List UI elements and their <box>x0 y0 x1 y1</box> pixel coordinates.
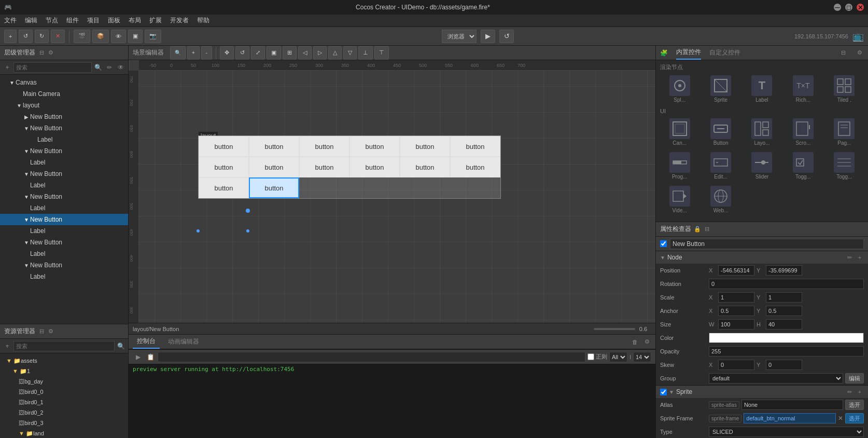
toolbar-scene-button[interactable]: 🎬 <box>74 30 90 43</box>
tree-newbtn-3[interactable]: ▼ New Button <box>0 145 128 157</box>
scale-y-input[interactable] <box>766 292 802 303</box>
btn-1-2[interactable]: button <box>249 136 299 157</box>
scene-move[interactable]: ✥ <box>220 46 234 60</box>
menu-panel[interactable]: 面板 <box>108 16 120 25</box>
asset-assets-folder[interactable]: ▼ 📁 assets <box>0 355 128 366</box>
anchor-y-input[interactable] <box>766 306 802 316</box>
hierarchy-collapse-icon[interactable]: ⊟ <box>37 49 46 57</box>
assets-collapse-icon[interactable]: ⊟ <box>37 327 46 336</box>
tree-newbtn-8[interactable]: ▼ New Button <box>0 259 128 271</box>
tree-label-4[interactable]: Label <box>0 180 128 191</box>
btn-2-1[interactable]: button <box>199 157 249 177</box>
browser-select[interactable]: 浏览器 <box>442 30 477 43</box>
sprite-frame-select-btn[interactable]: 选开 <box>845 413 864 423</box>
console-settings-icon[interactable]: ⚙ <box>643 338 651 346</box>
menu-edit[interactable]: 编辑 <box>25 16 37 25</box>
asset-bird0-0[interactable]: 🖼 bird0_0 <box>0 387 128 397</box>
assets-search-icon[interactable]: 🔍 <box>116 341 126 351</box>
tree-newbtn-7[interactable]: ▼ New Button <box>0 237 128 248</box>
btn-3-1[interactable]: button <box>199 177 249 198</box>
widget-sprite2-item[interactable]: Sprite <box>701 73 740 105</box>
assets-settings-icon[interactable]: ⚙ <box>47 327 55 336</box>
console-tab[interactable]: 控制台 <box>133 335 160 349</box>
scene-horiz-center[interactable]: ⊤ <box>374 46 389 60</box>
widget-tiled-item[interactable]: . Tiled . <box>825 73 864 105</box>
scene-right-align[interactable]: ▷ <box>313 46 327 60</box>
scene-bottom-align[interactable]: ▽ <box>343 46 357 60</box>
sprite-section-header[interactable]: ▼ Sprite ✏ + <box>656 386 868 398</box>
toolbar-select-button[interactable]: ▣ <box>128 30 143 43</box>
toolbar-undo-button[interactable]: ↺ <box>19 30 33 43</box>
widget-layout-item[interactable]: Layo... <box>743 116 781 148</box>
btn-1-4[interactable]: button <box>349 136 400 157</box>
widget-toggle-item[interactable]: Togg... <box>783 150 822 182</box>
btn-2-3[interactable]: button <box>299 157 349 177</box>
asset-bg-day[interactable]: 🖼 bg_day <box>0 376 128 387</box>
scene-align[interactable]: ⊞ <box>283 46 297 60</box>
asset-bird0-1[interactable]: 🖼 bird0_1 <box>0 397 128 407</box>
btn-1-6[interactable]: button <box>450 136 500 157</box>
menu-help[interactable]: 帮助 <box>197 16 209 25</box>
toolbar-camera-button[interactable]: 📷 <box>145 30 161 43</box>
tree-label-8[interactable]: Label <box>0 271 128 282</box>
menu-file[interactable]: 文件 <box>4 16 17 25</box>
anchor-x-input[interactable] <box>718 306 754 316</box>
skew-y-input[interactable] <box>766 360 802 370</box>
sprite-edit-icon[interactable]: ✏ <box>845 388 853 396</box>
widget-progress-item[interactable]: Prog... <box>660 150 699 182</box>
position-y-input[interactable] <box>766 265 802 276</box>
menu-extend[interactable]: 扩展 <box>149 16 162 25</box>
menu-project[interactable]: 项目 <box>87 16 100 25</box>
group-edit-btn[interactable]: 编辑 <box>845 373 864 384</box>
asset-bird0-2[interactable]: 🖼 bird0_2 <box>0 407 128 418</box>
tree-label-5[interactable]: Label <box>0 202 128 214</box>
scene-rect[interactable]: ▣ <box>267 46 281 60</box>
widget-settings-icon[interactable]: ⚙ <box>856 49 864 57</box>
btn-1-5[interactable]: button <box>400 136 450 157</box>
assets-search[interactable] <box>13 341 115 351</box>
scene-scale[interactable]: ⤢ <box>251 46 265 60</box>
widget-label-item[interactable]: T Label <box>743 73 781 105</box>
node-edit-icon[interactable]: ✏ <box>845 253 853 262</box>
scene-vert-center[interactable]: ⊥ <box>358 46 373 60</box>
scene-zoom-fit[interactable]: 🔍 <box>170 46 186 60</box>
toolbar-view-button[interactable]: 👁 <box>111 30 126 43</box>
hierarchy-add-btn[interactable]: + <box>2 62 12 73</box>
scene-canvas[interactable]: 使用鼠标右键平移视图查看节点，使用滚轮缩放视图 -50 0 50 100 150… <box>129 60 655 323</box>
node-name-input[interactable] <box>670 239 864 249</box>
tree-newbtn-4[interactable]: ▼ New Button <box>0 168 128 180</box>
hierarchy-search-icon[interactable]: 🔍 <box>93 62 103 73</box>
widget-scroll-item[interactable]: Scro... <box>783 116 822 148</box>
menu-node[interactable]: 节点 <box>46 16 58 25</box>
widget-video-item[interactable]: Vide... <box>660 184 699 215</box>
widget-collapse-icon[interactable]: ⊟ <box>839 49 847 57</box>
type-select[interactable]: SLICED <box>709 427 864 437</box>
widget-richtext-item[interactable]: T×T Rich... <box>783 73 822 105</box>
tab-builtin[interactable]: 内置控件 <box>676 46 701 60</box>
node-add-icon[interactable]: + <box>856 253 864 262</box>
btn-2-4[interactable]: button <box>349 157 400 177</box>
close-button[interactable]: ✕ <box>857 4 864 11</box>
tree-newbtn-6[interactable]: ▼ New Button <box>0 214 128 225</box>
console-input[interactable] <box>158 352 585 362</box>
prop-collapse-icon[interactable]: ⊟ <box>703 225 711 234</box>
rotation-input[interactable] <box>709 279 864 289</box>
console-copy-icon[interactable]: 📋 <box>145 352 156 362</box>
tree-label-7[interactable]: Label <box>0 248 128 259</box>
node-section-header[interactable]: ▼ Node ✏ + <box>656 251 868 264</box>
toolbar-add-button[interactable]: + <box>4 30 17 43</box>
tree-newbtn-2[interactable]: ▼ New Button <box>0 122 128 134</box>
size-h-input[interactable] <box>766 319 802 330</box>
asset-bird0-3[interactable]: 🖼 bird0_3 <box>0 418 128 428</box>
widget-web-item[interactable]: Web... <box>701 184 740 215</box>
font-size-select[interactable]: 14 <box>633 352 651 362</box>
scene-top-align[interactable]: △ <box>328 46 342 60</box>
scene-left-align[interactable]: ◁ <box>298 46 312 60</box>
btn-2-5[interactable]: button <box>400 157 450 177</box>
toolbar-close-button[interactable]: ✕ <box>51 30 65 43</box>
btn-1-1[interactable]: button <box>199 136 249 157</box>
assets-add-btn[interactable]: + <box>2 341 12 351</box>
sprite-add-icon[interactable]: + <box>856 388 864 396</box>
btn-2-6[interactable]: button <box>450 157 500 177</box>
tree-label-6[interactable]: Label <box>0 225 128 237</box>
